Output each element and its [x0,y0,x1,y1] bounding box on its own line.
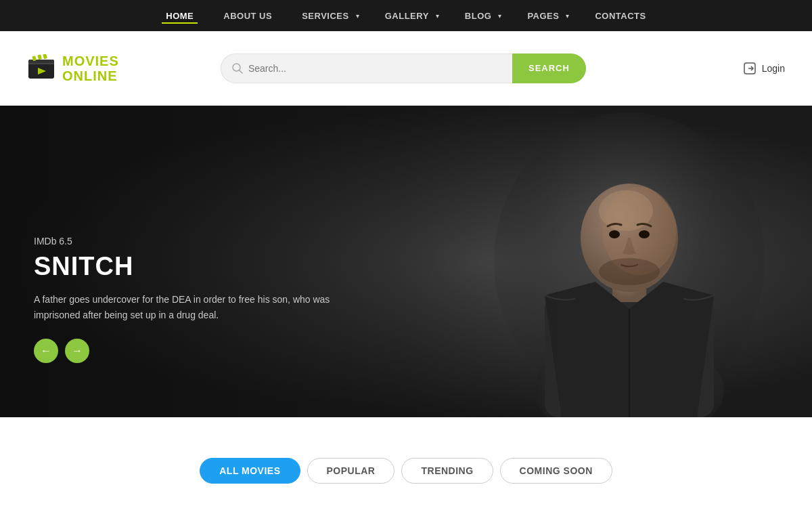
hero-rating: IMDb 6.5 [34,236,332,247]
nav-blog[interactable]: BLOG [461,8,496,24]
nav-contacts[interactable]: CONTACTS [591,8,650,24]
site-header: MOVIES ONLINE SEARCH Login [0,31,812,106]
nav-services[interactable]: SERVICES [298,8,353,24]
tab-all-movies[interactable]: ALL MOVIES [200,458,300,484]
nav-blog-chevron: ▾ [498,12,501,20]
nav-services-chevron: ▾ [356,12,359,20]
tab-trending[interactable]: TRENDING [401,458,493,484]
hero-navigation-buttons: ← → [34,339,332,363]
search-area: SEARCH [221,54,586,83]
nav-gallery-chevron: ▾ [436,12,439,20]
logo-icon [27,54,55,83]
nav-home[interactable]: HOME [162,8,198,24]
search-button[interactable]: SEARCH [512,54,586,83]
search-input[interactable] [248,63,501,74]
nav-pages-chevron: ▾ [566,12,569,20]
login-area[interactable]: Login [743,62,785,75]
nav-gallery[interactable]: GALLERY [381,8,433,24]
hero-prev-button[interactable]: ← [34,339,58,363]
tab-coming-soon[interactable]: COMING SOON [500,458,612,484]
nav-pages[interactable]: PAGES [523,8,563,24]
login-label: Login [762,63,785,74]
svg-rect-5 [43,54,47,59]
hero-section: IMDb 6.5 SNITCH A father goes undercover… [0,106,812,417]
logo-text: MOVIES ONLINE [62,54,119,83]
top-navigation: HOME ABOUT US SERVICES ▾ GALLERY ▾ BLOG … [0,0,812,31]
svg-line-8 [239,70,242,73]
logo-link[interactable]: MOVIES ONLINE [27,54,135,83]
login-icon [743,62,757,75]
hero-description: A father goes undercover for the DEA in … [34,292,332,322]
hero-content: IMDb 6.5 SNITCH A father goes undercover… [34,236,332,363]
search-input-wrap [221,54,512,83]
search-icon [232,63,243,74]
movie-tabs-section: ALL MOVIES POPULAR TRENDING COMING SOON [0,417,812,504]
hero-next-button[interactable]: → [65,339,89,363]
tab-popular[interactable]: POPULAR [307,458,395,484]
svg-rect-4 [37,54,42,60]
nav-about[interactable]: ABOUT US [219,8,276,24]
hero-title: SNITCH [34,252,332,281]
